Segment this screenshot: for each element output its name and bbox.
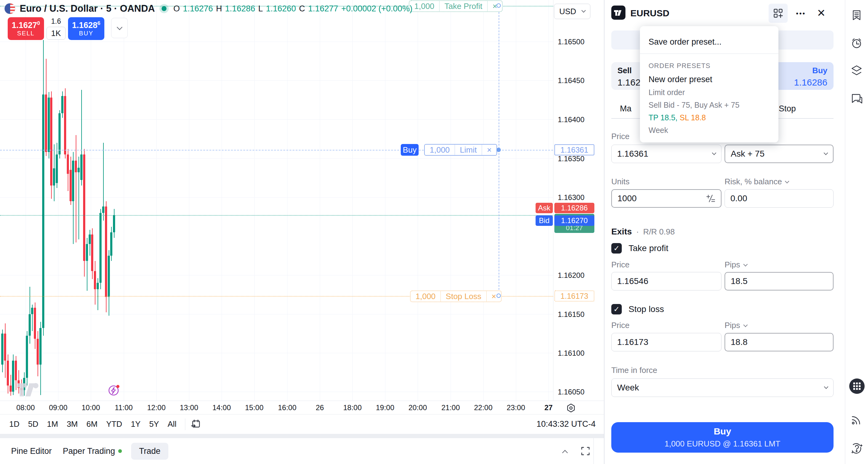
candle (69, 170, 72, 201)
candle (53, 168, 55, 186)
order-presets-menu[interactable]: Save order preset... ORDER PRESETS New o… (640, 26, 778, 142)
stop-loss-label[interactable]: Stop Loss (441, 291, 486, 302)
stop-loss-checkbox[interactable]: ✓ (611, 304, 622, 314)
take-profit-handle[interactable] (496, 3, 501, 8)
open-value: 1.16276 (183, 4, 213, 13)
close-panel-button[interactable]: ✕ (814, 6, 828, 20)
clock[interactable]: 10:43:32 UTC-4 (536, 420, 596, 429)
bottom-tabs-bar[interactable]: Pine Editor Paper Trading Trade (0, 438, 604, 464)
fullscreen-icon[interactable] (579, 445, 592, 457)
save-order-preset-item[interactable]: Save order preset... (640, 34, 778, 54)
range-button-1d[interactable]: 1D (5, 418, 24, 431)
range-toolbar[interactable]: 1D5D1M3M6MYTD1Y5YAll 10:43:32 UTC-4 (0, 414, 605, 434)
axis-settings-gear-icon[interactable] (566, 403, 576, 413)
buy-limit-handle[interactable] (496, 148, 501, 152)
units-input[interactable]: 1000 (611, 189, 721, 208)
tradingview-logo (611, 5, 625, 20)
help-icon[interactable] (850, 441, 863, 455)
risk-mode-select[interactable]: Risk, % balance (724, 177, 788, 187)
instant-trade-widget[interactable]: 1.16270 SELL 1.6 1K 1.16286 BUY (8, 17, 123, 40)
submit-buy-button[interactable]: Buy 1,000 EURUSD @ 1.16361 LMT (611, 422, 834, 453)
candle (75, 161, 77, 172)
chevron-down-icon (824, 151, 828, 155)
chat-icon[interactable] (850, 92, 863, 105)
candle (91, 234, 93, 271)
sell-button[interactable]: 1.16270 SELL (8, 17, 44, 40)
buy-limit-label-box[interactable]: 1,000 Limit × (424, 144, 497, 156)
take-profit-label[interactable]: Take Profit (439, 1, 487, 11)
market-status-dot[interactable] (162, 6, 166, 11)
gridline-vertical (58, 0, 59, 401)
time-axis[interactable]: 08:0009:0010:0011:0012:0013:0014:0015:00… (0, 401, 605, 414)
sl-pips-select[interactable]: Pips (724, 321, 747, 330)
economic-event-icon[interactable] (108, 384, 120, 396)
range-button-3m[interactable]: 3M (62, 418, 82, 431)
tp-pips-select[interactable]: Pips (724, 260, 747, 269)
price-axis-label: 1.16350 (558, 155, 585, 163)
take-profit-checkbox[interactable]: ✓ (611, 243, 622, 254)
range-button-6m[interactable]: 6M (82, 418, 102, 431)
gridline-horizontal (0, 392, 553, 392)
tab-stop[interactable]: Stop (779, 104, 796, 113)
stop-loss-qty[interactable]: 1,000 (411, 291, 440, 302)
tp-price-input[interactable]: 1.16546 (611, 272, 721, 291)
stop-loss-label-box[interactable]: 1,000 Stop Loss × (410, 291, 502, 302)
gridline-vertical (352, 0, 353, 401)
new-order-preset-item[interactable]: New order preset Limit order Sell Bid - … (640, 70, 778, 139)
limit-price-select[interactable]: 1.16361 (611, 144, 721, 163)
buy-button[interactable]: 1.16286 BUY (68, 17, 104, 40)
range-button-ytd[interactable]: YTD (102, 418, 126, 431)
symbol-bar[interactable]: Euro / U.S. Dollar · 5 · OANDA O1.16276 … (4, 2, 412, 15)
separator-dot: · (636, 227, 639, 237)
currency-select[interactable]: USD (554, 4, 590, 19)
order-presets-button[interactable] (769, 4, 788, 23)
chart-plot[interactable]: 1,000 Take Profit × Buy 1,000 Limit × 1,… (0, 0, 553, 401)
sl-price-label: Price (611, 321, 629, 330)
range-button-1m[interactable]: 1M (43, 418, 62, 431)
divider (593, 438, 594, 464)
tab-pine-editor[interactable]: Pine Editor (11, 446, 52, 456)
price-axis[interactable]: 1.165001.164501.164001.163501.163001.162… (553, 0, 605, 401)
range-button-5y[interactable]: 5Y (145, 418, 163, 431)
chevron-down-icon (117, 24, 122, 30)
take-profit-label-box[interactable]: 1,000 Take Profit × (409, 0, 503, 12)
apps-grid-button[interactable] (849, 378, 865, 394)
risk-input[interactable]: 0.00 (724, 189, 834, 208)
live-streams-icon[interactable] (850, 413, 863, 427)
buy-limit-close-icon[interactable]: × (482, 144, 496, 155)
lot-size-box[interactable]: 1K (46, 27, 66, 40)
tab-market-partial[interactable]: Ma (620, 104, 631, 113)
right-sidebar[interactable] (845, 0, 868, 464)
collapse-panel-chevron-up-icon[interactable] (562, 450, 567, 455)
watchlist-icon[interactable] (850, 9, 863, 22)
trade-widget-expand-button[interactable] (111, 18, 128, 38)
take-profit-qty[interactable]: 1,000 (409, 1, 439, 11)
time-in-force-select[interactable]: Week (611, 378, 834, 397)
tp-pips-input[interactable]: 18.5 (724, 272, 834, 291)
buy-limit-price-tag[interactable]: 1.16361 (554, 144, 594, 155)
formula-plus-equals-icon[interactable] (706, 195, 715, 202)
range-button-all[interactable]: All (163, 418, 181, 431)
sl-pips-input[interactable]: 18.8 (724, 333, 834, 352)
price-mode-select[interactable]: Ask + 75 (724, 144, 834, 163)
paper-trading-label: Paper Trading (63, 446, 115, 456)
stop-loss-price-tag[interactable]: 1.16173 (554, 291, 594, 302)
object-tree-layers-icon[interactable] (850, 63, 863, 77)
candle (31, 308, 33, 314)
more-options-button[interactable]: ••• (793, 8, 809, 19)
stop-loss-handle[interactable] (496, 294, 501, 298)
sl-price-input[interactable]: 1.16173 (611, 333, 721, 352)
tab-trade[interactable]: Trade (131, 443, 169, 460)
candle (9, 386, 12, 392)
buy-limit-qty[interactable]: 1,000 (425, 144, 455, 155)
alerts-icon[interactable] (850, 36, 863, 50)
buy-limit-badge[interactable]: Buy (401, 144, 418, 156)
buy-limit-type[interactable]: Limit (455, 144, 482, 155)
range-button-5d[interactable]: 5D (24, 418, 42, 431)
range-button-1y[interactable]: 1Y (126, 418, 145, 431)
tab-paper-trading[interactable]: Paper Trading (63, 446, 122, 456)
time-axis-label: 21:00 (441, 403, 460, 412)
buy-label: BUY (79, 30, 93, 37)
symbol-title[interactable]: Euro / U.S. Dollar · 5 · OANDA (20, 3, 155, 14)
go-to-date-icon[interactable] (190, 418, 202, 430)
